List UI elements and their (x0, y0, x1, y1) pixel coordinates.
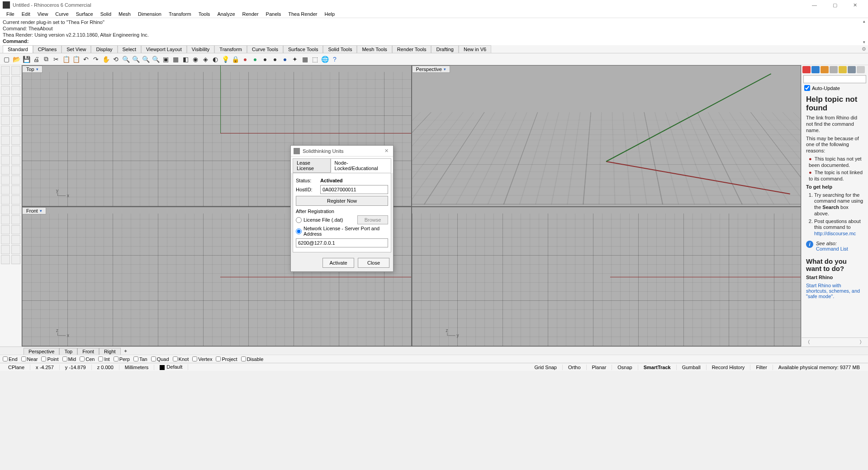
chevron-down-icon[interactable]: ▾ (444, 67, 446, 71)
server-address-field[interactable] (296, 238, 388, 247)
tab-mesh-tools[interactable]: Mesh Tools (357, 45, 392, 53)
loft-icon[interactable] (1, 215, 10, 224)
close-icon[interactable]: ✕ (383, 148, 390, 154)
panel-tab-icon[interactable] (802, 66, 811, 73)
menu-view[interactable]: View (34, 11, 52, 17)
arc-icon[interactable] (11, 86, 20, 95)
activate-button[interactable]: Activate (323, 258, 354, 268)
tab-node-locked[interactable]: Node-Locked/Educational (331, 158, 391, 173)
blend-icon[interactable] (1, 205, 10, 214)
chevron-down-icon[interactable]: ▾ (40, 209, 42, 213)
new-icon[interactable]: ▢ (2, 55, 11, 64)
vtab-top[interactable]: Top (59, 348, 77, 355)
select-icon[interactable] (1, 66, 10, 75)
offset-icon[interactable] (11, 205, 20, 214)
status-ortho[interactable]: Ortho (563, 365, 587, 370)
redo-icon[interactable]: ↷ (91, 55, 100, 64)
chamfer-icon[interactable] (11, 195, 20, 204)
register-button[interactable]: Register Now (296, 196, 388, 206)
chevron-down-icon[interactable]: ▾ (36, 67, 38, 71)
tab-transform[interactable]: Transform (214, 45, 247, 53)
tab-render-tools[interactable]: Render Tools (392, 45, 432, 53)
sphere-2-icon[interactable]: ● (270, 55, 280, 64)
light-icon[interactable]: 💡 (221, 55, 230, 64)
panel-tab-icon[interactable] (839, 66, 847, 73)
dimension-icon[interactable] (1, 235, 10, 244)
zoom-window-icon[interactable]: 🔍 (131, 55, 140, 64)
tab-new-in-v6[interactable]: New in V6 (459, 45, 491, 53)
render-color-icon[interactable]: ● (241, 55, 250, 64)
tab-lease-license[interactable]: Lease License (293, 158, 331, 173)
status-cplane[interactable]: CPlane (3, 365, 30, 370)
maximize-button[interactable]: ▢ (825, 0, 845, 10)
tab-solid-tools[interactable]: Solid Tools (323, 45, 357, 53)
vtab-right[interactable]: Right (99, 348, 121, 355)
material-icon[interactable]: ● (251, 55, 260, 64)
panel-tab-icon[interactable] (821, 66, 829, 73)
tab-select[interactable]: Select (118, 45, 142, 53)
menu-thea-render[interactable]: Thea Render (285, 11, 321, 17)
search-input[interactable] (803, 75, 866, 83)
maximize-view-icon[interactable]: ▣ (161, 55, 170, 64)
zoom-icon[interactable]: 🔍 (121, 55, 130, 64)
menu-solid[interactable]: Solid (97, 11, 115, 17)
status-layer[interactable]: Default (154, 364, 188, 370)
point-icon[interactable] (1, 116, 10, 125)
panel-tab-icon[interactable] (848, 66, 856, 73)
status-gumball[interactable]: Gumball (677, 365, 707, 370)
dialog-titlebar[interactable]: Solidthinking Units ✕ (291, 146, 393, 157)
zoom-selected-icon[interactable]: 🔍 (151, 55, 160, 64)
menu-dimension[interactable]: Dimension (134, 11, 165, 17)
gear-icon[interactable]: ⚙ (862, 46, 866, 52)
points-icon[interactable] (11, 116, 20, 125)
trim-icon[interactable] (1, 156, 10, 165)
sweep-icon[interactable] (11, 215, 20, 224)
print-icon[interactable]: 🖨 (32, 55, 41, 64)
zoom-extents-icon[interactable]: 🔍 (141, 55, 150, 64)
license-file-radio[interactable] (296, 217, 302, 223)
tab-set-view[interactable]: Set View (62, 45, 91, 53)
sphere-tool-icon[interactable] (1, 136, 10, 145)
status-smarttrack[interactable]: SmartTrack (638, 365, 677, 370)
scale-tool-icon[interactable] (11, 176, 20, 185)
rectangle-icon[interactable] (1, 96, 10, 105)
cut-icon[interactable]: ✂ (52, 55, 61, 64)
layers-icon[interactable]: ◈ (201, 55, 210, 64)
open-icon[interactable]: 📂 (12, 55, 21, 64)
panel-tab-icon[interactable] (830, 66, 838, 73)
close-button[interactable]: Close (358, 258, 389, 268)
tab-surface-tools[interactable]: Surface Tools (283, 45, 323, 53)
close-button[interactable]: ✕ (845, 0, 865, 10)
menu-curve[interactable]: Curve (52, 11, 72, 17)
minimize-button[interactable]: — (804, 0, 825, 10)
cylinder-icon[interactable] (11, 126, 20, 135)
tube-icon[interactable] (11, 136, 20, 145)
join-icon[interactable] (11, 156, 20, 165)
cplane-icon[interactable]: ◧ (181, 55, 190, 64)
viewport-right[interactable]: z└── y (412, 207, 802, 347)
render-icon[interactable] (1, 255, 10, 264)
discourse-link[interactable]: http://discourse.mc (814, 231, 856, 236)
auto-update-checkbox[interactable] (804, 85, 810, 91)
rotate-tool-icon[interactable] (1, 176, 10, 185)
command-scrollbar[interactable]: ▴▾ (861, 19, 867, 44)
properties-icon[interactable] (11, 255, 20, 264)
vtab-perspective[interactable]: Perspective (24, 348, 59, 355)
check-icon[interactable] (11, 245, 20, 254)
add-viewport-tab[interactable]: ✦ (121, 348, 130, 355)
panel-tab-icon[interactable] (811, 66, 820, 73)
analyze-icon[interactable] (1, 245, 10, 254)
paste-icon[interactable]: 📋 (62, 55, 71, 64)
pan-icon[interactable]: ✋ (101, 55, 110, 64)
polygon-icon[interactable] (11, 96, 20, 105)
sphere-3-icon[interactable]: ● (280, 55, 289, 64)
network-license-radio[interactable] (296, 228, 302, 234)
move-tool-icon[interactable] (11, 166, 20, 175)
polyline-icon[interactable] (1, 76, 10, 85)
gear-icon[interactable] (857, 66, 865, 73)
tab-viewport-layout[interactable]: Viewport Layout (141, 45, 187, 53)
extrude-icon[interactable] (1, 146, 10, 155)
hostid-field[interactable] (320, 185, 388, 194)
status-record-history[interactable]: Record History (707, 365, 751, 370)
tool-b-icon[interactable]: ▦ (300, 55, 309, 64)
